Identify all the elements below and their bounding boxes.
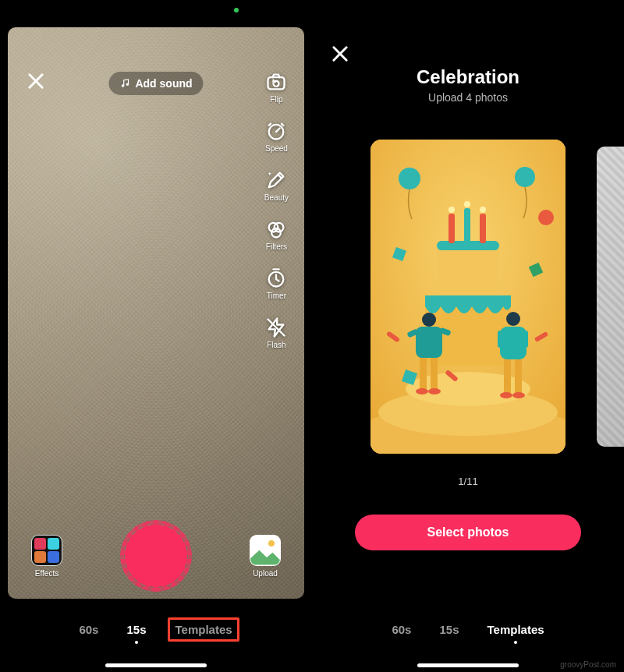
- svg-point-36: [422, 313, 436, 327]
- camera-preview[interactable]: Add sound Flip Speed: [8, 27, 304, 599]
- add-sound-button[interactable]: Add sound: [108, 72, 203, 95]
- timer-button[interactable]: Timer: [264, 267, 289, 300]
- svg-rect-46: [498, 331, 503, 348]
- tool-label: Beauty: [264, 193, 289, 202]
- tool-label: Flip: [270, 95, 282, 104]
- speed-button[interactable]: Speed: [264, 119, 289, 153]
- svg-point-26: [538, 210, 554, 225]
- upload-button[interactable]: Upload: [250, 535, 281, 578]
- home-indicator[interactable]: [417, 663, 519, 667]
- upload-label: Upload: [253, 569, 278, 578]
- flip-icon: [264, 70, 288, 94]
- svg-point-47: [500, 392, 512, 398]
- speed-icon: [264, 119, 288, 143]
- close-icon: [329, 43, 351, 65]
- record-button[interactable]: [125, 525, 187, 587]
- mode-tabs: 60s 15s Templates: [0, 618, 312, 641]
- select-photos-button[interactable]: Select photos: [355, 515, 581, 550]
- template-counter: 1/11: [312, 476, 624, 487]
- celebration-illustration: [370, 140, 566, 454]
- svg-point-24: [399, 168, 420, 189]
- svg-point-1: [126, 83, 129, 86]
- tool-label: Timer: [267, 292, 286, 300]
- effects-icon: [31, 535, 62, 566]
- home-indicator[interactable]: [105, 663, 207, 667]
- svg-rect-18: [448, 214, 455, 243]
- svg-point-39: [416, 388, 428, 394]
- flash-button[interactable]: Flash: [264, 316, 289, 349]
- svg-point-23: [480, 207, 486, 213]
- svg-point-21: [448, 207, 455, 213]
- filters-button[interactable]: Filters: [264, 218, 289, 251]
- template-subtitle: Upload 4 photos: [312, 91, 624, 104]
- beauty-icon: [264, 168, 288, 192]
- beauty-button[interactable]: Beauty: [264, 168, 289, 202]
- flash-icon: [264, 316, 288, 339]
- camera-bottom-row: Effects Upload: [8, 525, 304, 587]
- tool-label: Filters: [266, 242, 287, 251]
- add-sound-label: Add sound: [135, 77, 192, 90]
- svg-point-6: [272, 228, 282, 238]
- flip-button[interactable]: Flip: [264, 70, 289, 104]
- svg-rect-20: [480, 214, 486, 243]
- tool-label: Flash: [267, 341, 285, 349]
- next-template-peek[interactable]: [597, 147, 624, 447]
- svg-point-40: [428, 388, 441, 394]
- tab-templates[interactable]: Templates: [171, 618, 236, 641]
- svg-point-48: [512, 392, 525, 398]
- camera-tools: Flip Speed Beauty: [264, 70, 289, 349]
- svg-rect-43: [500, 327, 526, 359]
- svg-rect-34: [431, 354, 438, 389]
- mode-tabs: 60s 15s Templates: [312, 618, 624, 641]
- svg-point-0: [122, 84, 125, 87]
- svg-rect-33: [420, 354, 427, 389]
- svg-rect-45: [523, 331, 528, 348]
- tool-label: Speed: [265, 144, 288, 153]
- template-carousel[interactable]: [312, 129, 624, 464]
- tab-60s[interactable]: 60s: [76, 618, 101, 641]
- svg-rect-42: [515, 355, 522, 393]
- close-button[interactable]: [25, 70, 47, 92]
- filters-icon: [264, 218, 288, 241]
- tab-60s[interactable]: 60s: [388, 618, 414, 641]
- effects-button[interactable]: Effects: [31, 535, 62, 578]
- close-icon: [25, 70, 47, 92]
- camera-screen: Add sound Flip Speed: [0, 0, 312, 672]
- template-header: Celebration Upload 4 photos: [312, 66, 624, 104]
- tab-15s[interactable]: 15s: [123, 618, 149, 641]
- svg-rect-41: [504, 355, 511, 393]
- template-preview-card[interactable]: [370, 140, 566, 454]
- image-icon: [250, 535, 281, 566]
- tab-15s[interactable]: 15s: [436, 618, 462, 641]
- svg-point-44: [506, 312, 520, 326]
- watermark: groovyPost.com: [560, 660, 616, 669]
- svg-point-22: [464, 201, 470, 207]
- svg-rect-35: [416, 327, 442, 358]
- effects-label: Effects: [35, 569, 58, 578]
- tab-templates[interactable]: Templates: [484, 618, 547, 641]
- close-button[interactable]: [329, 43, 351, 65]
- templates-screen: Celebration Upload 4 photos: [312, 0, 624, 672]
- svg-rect-19: [464, 208, 470, 243]
- templates-highlight: Templates: [168, 617, 239, 642]
- svg-rect-16: [437, 245, 499, 299]
- template-title: Celebration: [312, 66, 624, 88]
- svg-point-25: [515, 167, 535, 187]
- music-note-icon: [119, 78, 130, 89]
- camera-active-dot: [234, 8, 239, 12]
- timer-icon: [264, 267, 288, 290]
